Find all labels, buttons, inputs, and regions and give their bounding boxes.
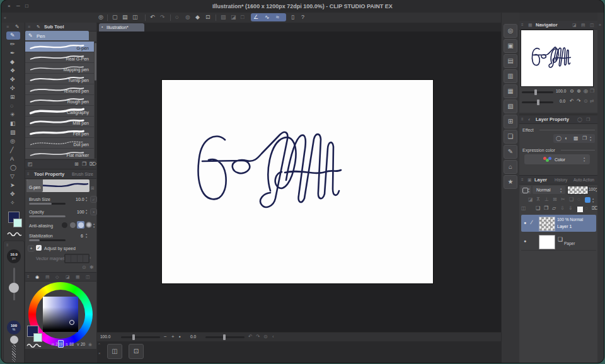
brush-tool-icon[interactable]: ✒ — [10, 50, 15, 56]
merge-down-icon[interactable]: ⇓ — [568, 206, 573, 211]
subtool-item-real-gpen[interactable]: Real G-Pen — [25, 52, 94, 63]
clip-studio-icon[interactable]: ◎ — [98, 14, 103, 20]
lock-layer-icon[interactable]: ⊠ — [553, 197, 557, 202]
blend-tool-icon[interactable]: ❖ — [10, 68, 15, 74]
rotate-cw-icon[interactable]: ↷ — [256, 334, 260, 339]
brush-size-source-button[interactable]: ✓ — [90, 196, 97, 203]
nav-fit-icon[interactable]: ◎ — [584, 89, 588, 94]
wrench-icon[interactable]: ✱ — [89, 265, 94, 270]
navigator-preview[interactable] — [521, 30, 594, 87]
nav-zoom-out-icon[interactable]: ⊖ — [570, 89, 574, 94]
nav-rotate-reset-icon[interactable]: ⊙ — [584, 99, 588, 104]
subtool-item-calligraphy[interactable]: Calligraphy — [25, 106, 94, 117]
opacity-source-button[interactable]: ● — [90, 208, 97, 215]
material-3d-button[interactable]: ⊞ — [504, 115, 517, 128]
stabilization-slider[interactable] — [29, 239, 66, 241]
layer-color-stepper[interactable]: ▴ ▾ — [592, 197, 594, 203]
subtool-item-textured-pen[interactable]: Textured pen — [25, 84, 94, 95]
fill-icon[interactable]: ◆ — [195, 14, 200, 20]
inherit-opacity-icon[interactable]: ⊼ — [536, 197, 540, 202]
lasso-tool-icon[interactable]: ◌ — [10, 103, 13, 109]
balloon-tool-icon[interactable]: ◯ — [10, 165, 16, 171]
expression-color-dropdown[interactable]: Color ▴ ▾ — [524, 154, 590, 164]
document-area[interactable] — [97, 31, 501, 332]
color-mixer-tab-icon[interactable]: ◪ — [66, 275, 70, 279]
tool-property-menu-icon[interactable]: ≡ — [27, 172, 30, 176]
subtool-item-flat-marker[interactable]: Flat marker — [25, 149, 94, 159]
color-mode-toggle-icon[interactable]: ◉ — [88, 342, 92, 346]
material-list-button[interactable]: ❏ — [504, 130, 517, 144]
lp-extra-tab2-icon[interactable]: ❐ — [586, 117, 590, 122]
color-history-tab-icon[interactable]: ▦ — [76, 275, 80, 279]
history-tab[interactable]: History — [555, 178, 567, 183]
subtool-item-dot-pen[interactable]: Dot pen — [25, 138, 94, 149]
sv-square[interactable] — [43, 297, 78, 332]
anchor-icon[interactable]: ⊥ — [544, 197, 549, 202]
hand-tool-icon[interactable]: ✥ — [10, 191, 15, 197]
delete-subtool-icon[interactable]: ⌦ — [89, 162, 96, 167]
sub-color-chip[interactable] — [33, 333, 42, 342]
new-raster-layer-icon[interactable]: ❏ — [536, 206, 540, 211]
nav-flip-h-icon[interactable]: ⇄ — [590, 99, 594, 104]
collapse-right-icon[interactable]: » — [599, 23, 601, 27]
brush-size-tab[interactable]: Brush Size — [72, 172, 93, 176]
snap-special-ruler-icon[interactable]: ∿ — [265, 14, 270, 20]
paper-thumbnail[interactable] — [539, 235, 555, 249]
rotation-slider[interactable] — [205, 336, 245, 338]
subtool-item-gpen[interactable]: G-pen — [25, 42, 94, 52]
zoom-tool-icon[interactable]: ◎ — [10, 139, 15, 144]
line-tool-icon[interactable]: ╱ — [10, 147, 13, 153]
layer-opacity-slider[interactable] — [567, 186, 589, 195]
material-manga-button[interactable]: ▥ — [504, 69, 517, 83]
subtool-group-tab[interactable]: ✎ Pen — [25, 31, 89, 40]
free-transform-icon[interactable]: ◪ — [231, 14, 236, 20]
zoom-in-icon[interactable]: + — [171, 334, 175, 339]
material-mono-button[interactable]: ▤ — [504, 54, 517, 68]
auto-select-tool-icon[interactable]: ✳ — [10, 112, 15, 118]
material-image-button[interactable]: ▦ — [504, 84, 517, 98]
material-brush-button[interactable]: ▧ — [504, 100, 517, 113]
subview-tab-icon[interactable]: ◪ — [572, 23, 577, 27]
vector-magnet-expand-icon[interactable]: › — [89, 256, 91, 260]
opacity-slider-knob[interactable] — [10, 336, 18, 344]
collapse-all-icon[interactable]: ◫ — [521, 206, 526, 211]
companion-mode-icon[interactable]: ▯ — [291, 14, 294, 20]
tool-property-tab[interactable]: Tool Property — [34, 172, 64, 177]
blend-mode-dropdown[interactable]: Normal ▴ ▾ — [533, 186, 565, 194]
layer1-thumbnail[interactable] — [539, 217, 555, 231]
layer-property-title[interactable]: Layer Property — [536, 117, 569, 122]
navigator-zoom-slider[interactable] — [522, 91, 553, 93]
adjust-by-speed-checkbox[interactable]: ✓ — [36, 245, 42, 251]
eyedropper-tool-icon[interactable]: ✧ — [10, 200, 15, 206]
gradient-tool-icon[interactable]: ⊞ — [10, 94, 15, 100]
tool-panel-menu-icon[interactable]: ≡ — [6, 25, 9, 29]
onion-skin-toggle-button[interactable]: ⊡ — [129, 344, 144, 359]
nav-actual-size-icon[interactable]: ❐ — [590, 89, 594, 94]
brush-size-value[interactable]: 10.0 — [76, 197, 84, 202]
subtool-item-rough-pen[interactable]: Rough pen — [25, 95, 94, 106]
material-home-button[interactable]: ⌂ — [504, 160, 517, 174]
layer-opacity-value[interactable]: 100 — [589, 188, 596, 192]
zoom-slider[interactable] — [121, 336, 160, 338]
aa-stepper[interactable]: ▴ ▾ — [93, 222, 95, 229]
deselect-icon[interactable]: ◌ — [175, 14, 178, 20]
subtool-scrollbar[interactable] — [95, 42, 96, 159]
nav-rotate-ccw-icon[interactable]: ↶ — [570, 99, 574, 104]
nav-rotate-cw-icon[interactable]: ↷ — [577, 99, 581, 104]
opacity-value[interactable]: 100 — [77, 210, 84, 214]
material-edit-button[interactable]: ✎ — [504, 145, 517, 159]
opacity-stepper[interactable]: ▴ ▾ — [86, 208, 87, 215]
rotate-reset-icon[interactable]: ⊙ — [263, 334, 268, 339]
snap-ruler-icon[interactable]: ∠ — [253, 14, 258, 20]
pencil-tool-icon[interactable]: ✏ — [10, 42, 15, 47]
navigator-title[interactable]: Navigator — [536, 23, 558, 28]
collapse-left-icon[interactable]: « — [4, 16, 6, 20]
paper-canvas[interactable] — [162, 80, 433, 283]
rotate-ccw-icon[interactable]: ↶ — [248, 334, 253, 339]
color-extra-tab-icon[interactable]: ◫ — [86, 275, 90, 279]
navigator-rotation-slider[interactable] — [522, 101, 553, 103]
effect-extract-icon[interactable]: ▩ — [573, 136, 579, 141]
mesh-transform-icon[interactable]: □ — [241, 14, 244, 20]
reset-property-icon[interactable]: ⊙ — [82, 265, 86, 270]
layer-tab[interactable]: Layer — [534, 178, 547, 183]
